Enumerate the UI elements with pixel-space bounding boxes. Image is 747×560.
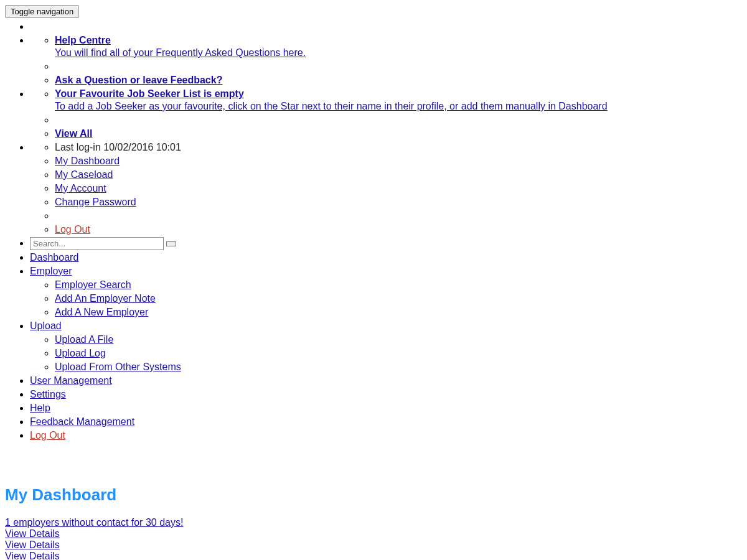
employer-search-link[interactable]: Employer Search bbox=[55, 279, 131, 290]
search-submit-button[interactable] bbox=[166, 241, 176, 246]
nav-employer-link[interactable]: Employer bbox=[30, 266, 72, 276]
my-dashboard-link[interactable]: My Dashboard bbox=[55, 156, 120, 166]
my-caseload-link[interactable]: My Caseload bbox=[55, 169, 113, 180]
upload-other-systems-link[interactable]: Upload From Other Systems bbox=[55, 362, 181, 372]
nav-employer-group: Employer Employer Search Add An Employer… bbox=[30, 265, 742, 319]
nav-user-management-link[interactable]: User Management bbox=[30, 375, 112, 386]
nav-favourites-group: Your Favourite Job Seeker List is empty … bbox=[30, 88, 742, 140]
favourites-empty-title-link[interactable]: Your Favourite Job Seeker List is empty bbox=[55, 88, 244, 99]
add-new-employer-link[interactable]: Add A New Employer bbox=[55, 307, 148, 317]
ask-question-link[interactable]: Ask a Question or leave Feedback? bbox=[55, 75, 222, 85]
nav-spacer bbox=[55, 114, 742, 126]
log-out-link-top[interactable]: Log Out bbox=[55, 224, 90, 235]
nav-upload-group: Upload Upload A File Upload Log Upload F… bbox=[30, 320, 742, 373]
nav-account-group: Last log-in 10/02/2016 10:01 My Dashboar… bbox=[30, 141, 742, 236]
top-nav-list: Help Centre You will find all of your Fr… bbox=[5, 21, 742, 442]
nav-spacer bbox=[30, 21, 742, 33]
view-details-link-3[interactable]: View Details bbox=[5, 551, 60, 560]
nav-settings-link[interactable]: Settings bbox=[30, 389, 66, 399]
nav-dashboard-link[interactable]: Dashboard bbox=[30, 252, 78, 263]
upload-log-link[interactable]: Upload Log bbox=[55, 348, 106, 358]
favourites-view-all-link[interactable]: View All bbox=[55, 128, 92, 139]
dashboard-alerts: 1 employers without contact for 30 days!… bbox=[5, 517, 742, 560]
nav-help-group: Help Centre You will find all of your Fr… bbox=[30, 34, 742, 86]
favourites-empty-subtitle-link[interactable]: To add a Job Seeker as your favourite, c… bbox=[55, 101, 608, 111]
add-employer-note-link[interactable]: Add An Employer Note bbox=[55, 293, 156, 304]
view-details-link-2[interactable]: View Details bbox=[5, 539, 60, 550]
view-details-link-1[interactable]: View Details bbox=[5, 528, 60, 539]
help-centre-link[interactable]: Help Centre bbox=[55, 35, 111, 45]
nav-upload-link[interactable]: Upload bbox=[30, 320, 62, 331]
toggle-navigation-button[interactable]: Toggle navigation bbox=[5, 5, 79, 18]
employers-no-contact-link[interactable]: 1 employers without contact for 30 days! bbox=[5, 517, 183, 528]
log-out-link-main[interactable]: Log Out bbox=[30, 430, 65, 441]
nav-spacer bbox=[55, 60, 742, 73]
page-title: My Dashboard bbox=[5, 485, 742, 505]
upload-file-link[interactable]: Upload A File bbox=[55, 334, 113, 345]
help-centre-subtitle-link[interactable]: You will find all of your Frequently Ask… bbox=[55, 47, 306, 58]
search-row bbox=[30, 237, 742, 250]
search-input[interactable] bbox=[30, 237, 164, 250]
change-password-link[interactable]: Change Password bbox=[55, 197, 136, 207]
my-account-link[interactable]: My Account bbox=[55, 183, 106, 194]
nav-spacer bbox=[55, 210, 742, 222]
last-login-text: Last log-in 10/02/2016 10:01 bbox=[55, 142, 181, 152]
nav-help-link[interactable]: Help bbox=[30, 403, 50, 413]
nav-feedback-management-link[interactable]: Feedback Management bbox=[30, 416, 134, 427]
